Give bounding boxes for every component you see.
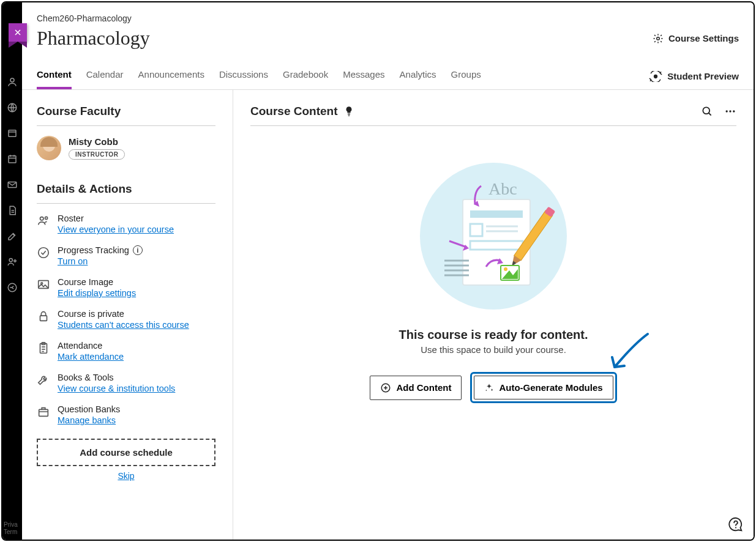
progress-icon bbox=[37, 246, 50, 259]
progress-link[interactable]: Turn on bbox=[58, 256, 143, 266]
skip-link[interactable]: Skip bbox=[37, 471, 215, 481]
lightbulb-icon[interactable] bbox=[344, 106, 354, 117]
tab-announcements[interactable]: Announcements bbox=[138, 63, 204, 89]
student-preview-label: Student Preview bbox=[667, 71, 739, 81]
empty-illustration: Abc bbox=[420, 163, 567, 310]
gear-icon bbox=[653, 33, 664, 44]
faculty-avatar[interactable] bbox=[37, 136, 61, 160]
detail-label: Course Image bbox=[58, 277, 136, 287]
tab-content[interactable]: Content bbox=[37, 63, 72, 89]
rail-footer: Priva Term bbox=[4, 521, 18, 536]
detail-label: Attendance bbox=[58, 341, 124, 351]
admin-icon[interactable] bbox=[6, 256, 18, 268]
add-content-button[interactable]: Add Content bbox=[370, 376, 462, 400]
svg-point-9 bbox=[654, 75, 657, 78]
course-tabs: Content Calendar Announcements Discussio… bbox=[37, 63, 481, 89]
tab-analytics[interactable]: Analytics bbox=[400, 63, 436, 89]
svg-rect-24 bbox=[470, 210, 523, 218]
student-preview-button[interactable]: Student Preview bbox=[649, 71, 739, 82]
svg-point-45 bbox=[735, 527, 736, 528]
auto-generate-modules-button[interactable]: Auto-Generate Modules bbox=[474, 376, 613, 399]
close-panel-button[interactable] bbox=[9, 23, 27, 42]
person-icon[interactable] bbox=[6, 76, 18, 88]
tab-messages[interactable]: Messages bbox=[343, 63, 384, 89]
signout-icon[interactable] bbox=[6, 281, 18, 294]
svg-point-6 bbox=[14, 260, 16, 262]
compose-icon[interactable] bbox=[6, 230, 18, 242]
course-settings-button[interactable]: Course Settings bbox=[653, 33, 739, 44]
clipboard-icon bbox=[37, 341, 50, 355]
courses-icon[interactable] bbox=[6, 127, 18, 139]
tab-calendar[interactable]: Calendar bbox=[86, 63, 124, 89]
globe-icon[interactable] bbox=[6, 102, 18, 114]
faculty-role-badge: INSTRUCTOR bbox=[69, 149, 125, 160]
svg-point-12 bbox=[39, 248, 49, 258]
course-id: Chem260-Pharmacology bbox=[37, 13, 739, 23]
attendance-link[interactable]: Mark attendance bbox=[58, 352, 124, 362]
svg-point-11 bbox=[45, 217, 48, 219]
svg-point-43 bbox=[504, 267, 507, 271]
refresh-eye-icon bbox=[649, 71, 662, 82]
empty-state-title: This course is ready for content. bbox=[399, 328, 588, 342]
mail-icon[interactable] bbox=[6, 179, 18, 191]
content-area: Course Content bbox=[233, 90, 754, 540]
course-settings-label: Course Settings bbox=[668, 33, 739, 43]
detail-course-image: Course Image Edit display settings bbox=[37, 277, 215, 298]
image-icon bbox=[37, 278, 50, 291]
left-rail: Priva Term bbox=[2, 2, 22, 540]
wrench-icon bbox=[37, 373, 50, 387]
auto-generate-highlight: Auto-Generate Modules bbox=[470, 372, 616, 403]
detail-label: Question Banks bbox=[58, 404, 120, 414]
calendar-icon[interactable] bbox=[6, 153, 18, 165]
help-icon[interactable] bbox=[728, 516, 744, 532]
detail-banks: Question Banks Manage banks bbox=[37, 404, 215, 425]
banks-link[interactable]: Manage banks bbox=[58, 415, 120, 425]
svg-rect-2 bbox=[9, 130, 16, 137]
tab-gradebook[interactable]: Gradebook bbox=[283, 63, 328, 89]
private-link[interactable]: Students can't access this course bbox=[58, 320, 189, 330]
detail-label: Course is private bbox=[58, 309, 189, 319]
lock-icon bbox=[37, 310, 50, 323]
course-image-link[interactable]: Edit display settings bbox=[58, 288, 136, 298]
detail-tools: Books & Tools View course & institution … bbox=[37, 373, 215, 393]
course-title: Pharmacology bbox=[37, 27, 150, 50]
svg-point-10 bbox=[40, 217, 44, 221]
svg-point-22 bbox=[733, 110, 735, 112]
svg-point-5 bbox=[9, 258, 12, 261]
detail-progress: Progress Tracking i Turn on bbox=[37, 245, 215, 266]
svg-rect-18 bbox=[39, 409, 48, 416]
roster-icon bbox=[37, 214, 50, 228]
more-icon[interactable] bbox=[724, 105, 736, 117]
tab-groups[interactable]: Groups bbox=[451, 63, 481, 89]
svg-rect-3 bbox=[9, 156, 16, 163]
tools-link[interactable]: View course & institution tools bbox=[58, 384, 175, 393]
svg-point-20 bbox=[726, 110, 728, 112]
auto-generate-label: Auto-Generate Modules bbox=[499, 382, 602, 393]
detail-label: Progress Tracking i bbox=[58, 245, 143, 255]
svg-rect-15 bbox=[40, 316, 47, 321]
course-sidebar: Course Faculty Misty Cobb INSTRUCTOR Det… bbox=[22, 90, 233, 540]
tab-discussions[interactable]: Discussions bbox=[219, 63, 268, 89]
search-icon[interactable] bbox=[701, 105, 713, 117]
content-heading: Course Content bbox=[250, 105, 338, 118]
roster-link[interactable]: View everyone in your course bbox=[58, 225, 174, 234]
add-content-label: Add Content bbox=[396, 382, 451, 393]
faculty-heading: Course Faculty bbox=[37, 105, 215, 126]
details-heading: Details & Actions bbox=[37, 182, 215, 204]
svg-text:Abc: Abc bbox=[488, 179, 517, 198]
bank-icon bbox=[37, 405, 50, 418]
detail-attendance: Attendance Mark attendance bbox=[37, 341, 215, 362]
info-icon[interactable]: i bbox=[133, 245, 143, 255]
plus-circle-icon bbox=[380, 382, 391, 393]
detail-label: Roster bbox=[58, 213, 174, 223]
detail-roster: Roster View everyone in your course bbox=[37, 213, 215, 234]
svg-point-21 bbox=[729, 110, 731, 112]
empty-state-subtitle: Use this space to build your course. bbox=[421, 344, 566, 355]
detail-label: Books & Tools bbox=[58, 373, 175, 382]
detail-private: Course is private Students can't access … bbox=[37, 309, 215, 330]
svg-point-0 bbox=[10, 78, 14, 82]
svg-point-8 bbox=[657, 37, 660, 40]
add-course-schedule-button[interactable]: Add course schedule bbox=[37, 439, 215, 466]
sparkle-icon bbox=[484, 383, 494, 393]
document-icon[interactable] bbox=[6, 204, 18, 217]
